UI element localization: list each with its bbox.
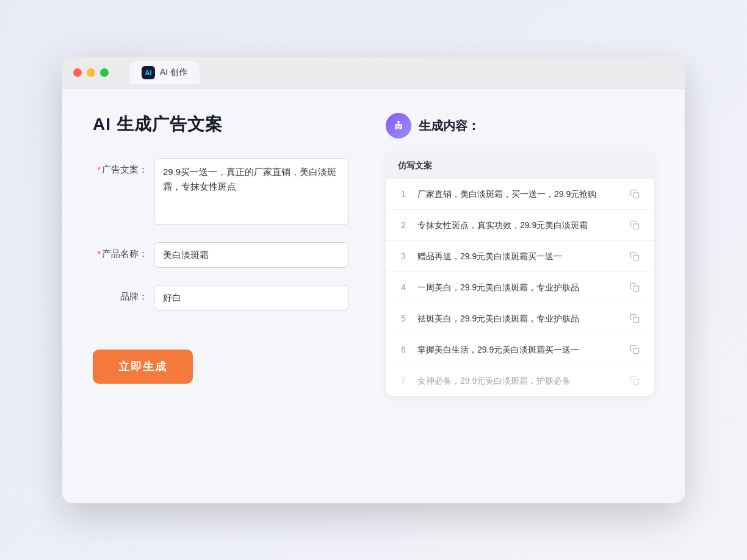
table-row: 4一周美白，29.9元美白淡斑霜，专业护肤品 <box>386 272 654 303</box>
tab-area: AI AI 创作 <box>129 61 200 84</box>
svg-rect-6 <box>633 193 639 198</box>
ad-copy-group: *广告文案： <box>93 158 349 225</box>
table-row: 5祛斑美白，29.9元美白淡斑霜，专业护肤品 <box>386 303 654 334</box>
ad-required-star: * <box>97 164 101 174</box>
table-rows-container: 1厂家直销，美白淡斑霜，买一送一，29.9元抢购 2专抹女性斑点，真实功效，29… <box>386 179 654 396</box>
table-row: 3赠品再送，29.9元美白淡斑霜买一送一 <box>386 241 654 272</box>
svg-rect-11 <box>633 348 639 354</box>
svg-rect-7 <box>633 224 639 229</box>
product-required-star: * <box>97 248 101 259</box>
maximize-button[interactable] <box>100 68 109 77</box>
table-row: 6掌握美白生活，29.9元美白淡斑霜买一送一 <box>386 334 654 365</box>
svg-rect-9 <box>633 286 639 292</box>
copy-icon[interactable] <box>627 187 642 201</box>
close-button[interactable] <box>73 68 82 77</box>
row-number: 4 <box>398 282 409 292</box>
row-number: 5 <box>398 314 409 323</box>
page-title: AI 生成广告文案 <box>93 113 349 136</box>
svg-rect-1 <box>395 124 402 129</box>
row-text: 一周美白，29.9元美白淡斑霜，专业护肤品 <box>417 281 619 294</box>
product-name-group: *产品名称： <box>93 242 349 268</box>
result-header: 生成内容： <box>386 113 654 138</box>
tab-label: AI 创作 <box>160 67 187 78</box>
generate-button[interactable]: 立即生成 <box>93 350 193 384</box>
table-header: 仿写文案 <box>386 153 654 179</box>
product-label-text: 产品名称： <box>102 248 148 259</box>
title-bar: AI AI 创作 <box>62 57 685 88</box>
svg-rect-10 <box>633 317 639 323</box>
copy-icon[interactable] <box>627 373 642 388</box>
row-text: 掌握美白生活，29.9元美白淡斑霜买一送一 <box>417 343 619 356</box>
result-table: 仿写文案 1厂家直销，美白淡斑霜，买一送一，29.9元抢购 2专抹女性斑点，真实… <box>386 153 654 396</box>
copy-icon[interactable] <box>627 249 642 264</box>
minimize-button[interactable] <box>87 68 95 77</box>
ad-copy-label: *广告文案： <box>93 158 148 176</box>
left-panel: AI 生成广告文案 *广告文案： *产品名称： 品牌： <box>93 113 349 479</box>
svg-point-3 <box>399 126 400 127</box>
row-text: 赠品再送，29.9元美白淡斑霜买一送一 <box>417 250 619 263</box>
brand-input[interactable] <box>154 285 349 311</box>
row-number: 3 <box>398 251 409 261</box>
brand-label-text: 品牌： <box>120 291 148 301</box>
copy-icon[interactable] <box>627 342 642 357</box>
row-number: 7 <box>398 376 409 386</box>
svg-rect-8 <box>633 255 639 260</box>
result-title: 生成内容： <box>419 118 480 134</box>
svg-point-2 <box>396 126 397 127</box>
row-text: 女神必备，29.9元美白淡斑霜，护肤必备 <box>417 375 619 387</box>
svg-rect-4 <box>397 128 400 129</box>
product-name-input[interactable] <box>154 242 349 268</box>
product-name-label: *产品名称： <box>93 242 148 260</box>
row-number: 2 <box>398 220 409 230</box>
ad-copy-input[interactable] <box>154 158 349 225</box>
tab-icon-text: AI <box>145 69 152 76</box>
bot-icon <box>386 113 411 138</box>
row-number: 1 <box>398 189 409 199</box>
copy-icon[interactable] <box>627 218 642 232</box>
table-row: 2专抹女性斑点，真实功效，29.9元美白淡斑霜 <box>386 210 654 241</box>
brand-label: 品牌： <box>93 285 148 303</box>
table-row: 7女神必备，29.9元美白淡斑霜，护肤必备 <box>386 365 654 396</box>
right-panel: 生成内容： 仿写文案 1厂家直销，美白淡斑霜，买一送一，29.9元抢购 2专抹女… <box>386 113 654 479</box>
row-text: 专抹女性斑点，真实功效，29.9元美白淡斑霜 <box>417 219 619 232</box>
copy-icon[interactable] <box>627 311 642 326</box>
row-text: 祛斑美白，29.9元美白淡斑霜，专业护肤品 <box>417 312 619 325</box>
brand-group: 品牌： <box>93 285 349 311</box>
row-text: 厂家直销，美白淡斑霜，买一送一，29.9元抢购 <box>417 188 619 201</box>
ad-label-text: 广告文案： <box>102 164 148 174</box>
traffic-lights <box>73 68 109 77</box>
ai-tab-icon: AI <box>142 66 155 79</box>
table-row: 1厂家直销，美白淡斑霜，买一送一，29.9元抢购 <box>386 179 654 210</box>
browser-window: AI AI 创作 AI 生成广告文案 *广告文案： *产品名称： <box>62 57 685 503</box>
row-number: 6 <box>398 345 409 354</box>
svg-rect-12 <box>633 379 639 385</box>
tab-ai-creation[interactable]: AI AI 创作 <box>129 61 200 84</box>
browser-content: AI 生成广告文案 *广告文案： *产品名称： 品牌： <box>62 88 685 503</box>
copy-icon[interactable] <box>627 280 642 295</box>
